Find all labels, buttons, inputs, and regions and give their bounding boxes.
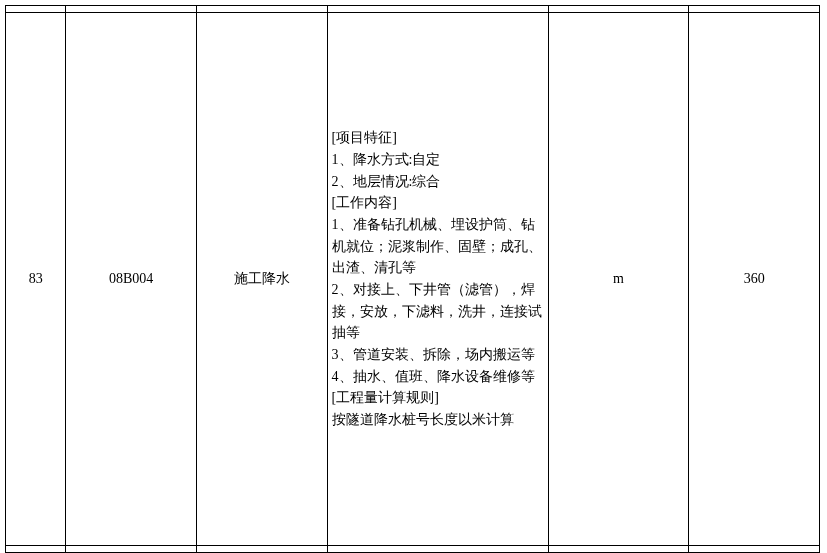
table-row: 83 08B004 施工降水 [项目特征] 1、降水方式:自定 2、地层情况:综… <box>6 13 820 546</box>
cell-index: 83 <box>6 13 66 546</box>
table-row <box>6 6 820 13</box>
cell-code: 08B004 <box>66 13 197 546</box>
cell-description: [项目特征] 1、降水方式:自定 2、地层情况:综合 [工作内容] 1、准备钻孔… <box>327 13 548 546</box>
cell-unit: m <box>548 13 689 546</box>
cell-qty: 360 <box>689 13 820 546</box>
cell-name: 施工降水 <box>196 13 327 546</box>
bill-of-quantities-table: 83 08B004 施工降水 [项目特征] 1、降水方式:自定 2、地层情况:综… <box>5 5 820 553</box>
table-row <box>6 546 820 553</box>
